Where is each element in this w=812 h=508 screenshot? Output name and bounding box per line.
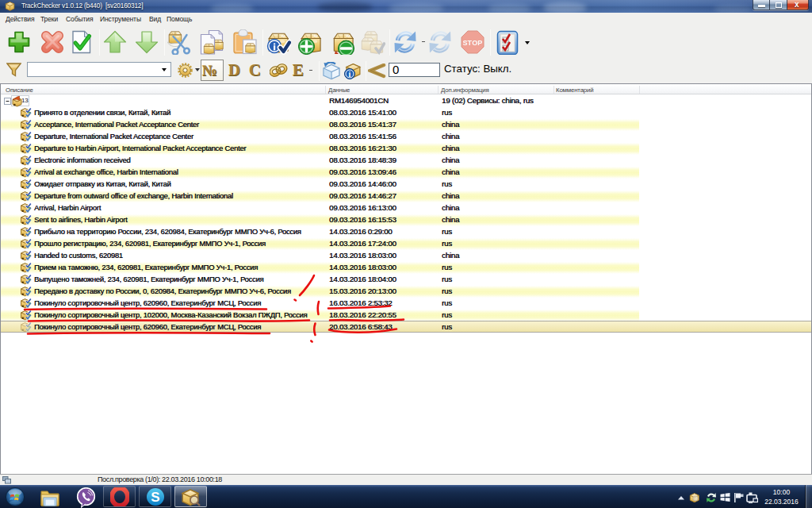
- svg-text:i: i: [349, 70, 351, 79]
- svg-text:S: S: [151, 490, 159, 505]
- svg-text:STOP: STOP: [462, 39, 482, 47]
